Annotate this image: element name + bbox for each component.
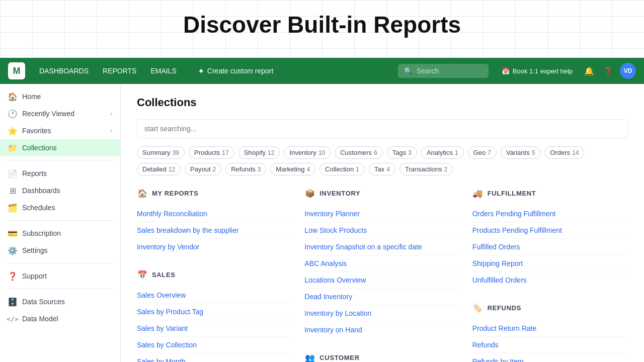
report-shipping-report[interactable]: Shipping Report [472,255,628,272]
sparkle-icon: ✦ [198,66,204,76]
sidebar-label-data-sources: Data Sources [22,298,65,306]
sidebar-label-favorites: Favorites [22,127,51,135]
report-monthly-reconciliation[interactable]: Monthly Reconciliation [137,206,292,222]
filter-detailed[interactable]: Detailed 12 [137,163,181,175]
report-refunds[interactable]: Refunds [472,337,628,353]
sidebar-item-recently-viewed[interactable]: 🕐 Recently Viewed › [0,105,120,122]
filter-transactions[interactable]: Transactions 2 [399,163,453,175]
tag-section-icon: 🏷️ [472,302,484,313]
report-locations-overview[interactable]: Locations Overview [304,272,460,289]
section-sales-header: 📅 SALES [137,269,292,280]
schedule-icon: 🗂️ [8,203,17,212]
sidebar-item-dashboards[interactable]: ⊞ Dashboards [0,182,120,199]
sidebar-label-schedules: Schedules [22,204,55,212]
report-fulfilled-orders[interactable]: Fulfilled Orders [472,239,628,255]
book-help-label: Book 1:1 expert help [513,67,573,75]
document-icon: 📄 [8,169,17,178]
sidebar-item-schedules[interactable]: 🗂️ Schedules [0,199,120,216]
search-label: Search [417,67,439,75]
filter-inventory[interactable]: Inventory 10 [284,146,331,159]
sidebar-item-collections[interactable]: 📁 Collections [0,139,120,156]
help-icon[interactable]: ❓ [601,63,616,78]
report-inventory-on-hand[interactable]: Inventory on Hand [304,322,460,338]
sidebar-item-support[interactable]: ❓ Support [0,267,120,285]
clock-icon: 🕐 [8,109,17,118]
section-customer: 👥 CUSTOMER Customers with More Than 3 Or… [304,352,460,362]
report-inventory-by-location[interactable]: Inventory by Location [304,305,460,322]
report-inventory-planner[interactable]: Inventory Planner [304,206,460,222]
report-sales-by-product-tag[interactable]: Sales by Product Tag [137,304,292,320]
sidebar-item-settings[interactable]: ⚙️ Settings [0,242,120,259]
people-section-icon: 👥 [304,352,315,362]
sidebar-label-collections: Collections [22,144,56,152]
create-custom-report-button[interactable]: ✦ Create custom report [191,63,281,79]
report-inventory-by-vendor[interactable]: Inventory by Vendor [137,239,292,255]
section-inventory-header: 📦 INVENTORY [304,188,460,199]
sidebar-divider-4 [8,289,112,289]
sidebar-item-favorites[interactable]: ⭐ Favorites › [0,122,120,139]
box-section-icon: 📦 [304,188,315,199]
main-layout: 🏠 Home 🕐 Recently Viewed › ⭐ Favorites ›… [0,84,644,362]
report-sales-breakdown-supplier[interactable]: Sales breakdown by the supplier [137,222,292,239]
sidebar: 🏠 Home 🕐 Recently Viewed › ⭐ Favorites ›… [0,84,121,362]
sidebar-item-reports[interactable]: 📄 Reports [0,165,120,182]
sidebar-label-reports: Reports [22,169,47,177]
user-avatar[interactable]: VD [620,63,636,79]
credit-card-icon: 💳 [8,229,17,238]
sidebar-divider-1 [8,160,112,161]
filter-orders[interactable]: Orders 14 [544,146,584,159]
report-sales-by-month[interactable]: Sales by Month [137,353,292,362]
sidebar-divider-2 [8,220,112,221]
filter-analytics[interactable]: Analytics 1 [421,146,464,159]
sidebar-label-data-model: Data Model [22,315,58,323]
sidebar-divider-3 [8,263,112,263]
report-dead-inventory[interactable]: Dead Inventory [304,289,460,305]
filter-shopify[interactable]: Shopify 12 [238,146,280,159]
filter-variants[interactable]: Variants 5 [501,146,540,159]
filter-payout[interactable]: Payout 2 [185,163,221,175]
sidebar-item-subscription[interactable]: 💳 Subscription [0,225,120,242]
section-refunds: 🏷️ REFUNDS Product Return Rate Refunds R… [472,302,628,362]
section-fulfillment: 🚚 FULFILLMENT Orders Pending Fulfillment… [472,188,628,288]
report-sales-overview[interactable]: Sales Overview [137,287,292,304]
column-1: 🏠 MY REPORTS Monthly Reconciliation Sale… [137,188,292,362]
topnav-search[interactable]: 🔍 Search [398,64,489,78]
notifications-icon[interactable]: 🔔 [582,63,597,78]
report-products-pending-fulfillment[interactable]: Products Pending Fulfillment [472,222,628,239]
filter-geo[interactable]: Geo 7 [468,146,497,159]
section-customer-title: CUSTOMER [319,354,359,361]
nav-dashboards[interactable]: DASHBOARDS [33,64,95,78]
report-product-return-rate[interactable]: Product Return Rate [472,320,628,337]
topnav-logo[interactable]: M [8,62,25,79]
report-orders-pending-fulfillment[interactable]: Orders Pending Fulfillment [472,206,628,222]
filter-marketing[interactable]: Marketing 4 [270,163,315,175]
report-low-stock-products[interactable]: Low Stock Products [304,222,460,239]
filter-refunds[interactable]: Refunds 3 [225,163,266,175]
section-my-reports: 🏠 MY REPORTS Monthly Reconciliation Sale… [137,188,292,255]
filter-collection[interactable]: Collection 1 [319,163,365,175]
filter-tax[interactable]: Tax 4 [369,163,395,175]
section-my-reports-title: MY REPORTS [152,190,198,197]
report-sales-by-variant[interactable]: Sales by Variant [137,320,292,337]
sidebar-item-data-model[interactable]: </> Data Model [0,310,120,327]
report-abc-analysis[interactable]: ABC Analysis [304,255,460,272]
sidebar-label-dashboards: Dashboards [22,187,60,195]
filter-tags[interactable]: Tags 3 [387,146,417,159]
filter-customers[interactable]: Customers 6 [335,146,383,159]
book-help-button[interactable]: 📅 Book 1:1 expert help [497,64,578,78]
filter-summary[interactable]: Summary 39 [137,146,185,159]
section-customer-header: 👥 CUSTOMER [304,352,460,362]
report-inventory-snapshot[interactable]: Inventory Snapshot on a specific date [304,239,460,255]
nav-reports[interactable]: REPORTS [97,64,142,78]
sidebar-item-home[interactable]: 🏠 Home [0,88,120,105]
section-fulfillment-header: 🚚 FULFILLMENT [472,188,628,199]
report-refunds-by-item[interactable]: Refunds by Item [472,353,628,362]
chevron-right-icon: › [110,110,112,117]
sidebar-item-data-sources[interactable]: 🗄️ Data Sources [0,293,120,310]
nav-emails[interactable]: EMAILS [144,64,182,78]
filter-products[interactable]: Products 17 [189,146,234,159]
collections-search-input[interactable] [137,119,628,138]
report-unfulfilled-orders[interactable]: Unfulfilled Orders [472,272,628,288]
reports-grid: 🏠 MY REPORTS Monthly Reconciliation Sale… [137,188,628,362]
report-sales-by-collection[interactable]: Sales by Collection [137,337,292,353]
